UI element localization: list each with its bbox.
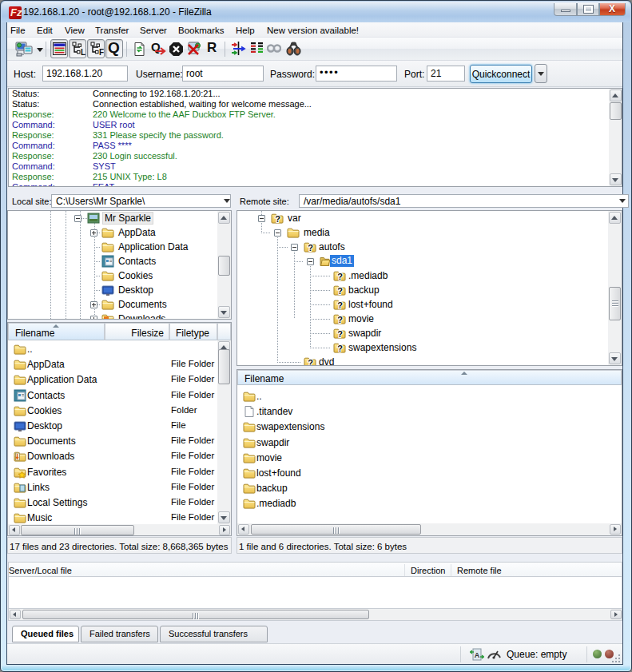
svg-text:A: A — [475, 651, 480, 659]
svg-text:F: F — [99, 48, 104, 57]
svg-text:L: L — [81, 48, 85, 57]
